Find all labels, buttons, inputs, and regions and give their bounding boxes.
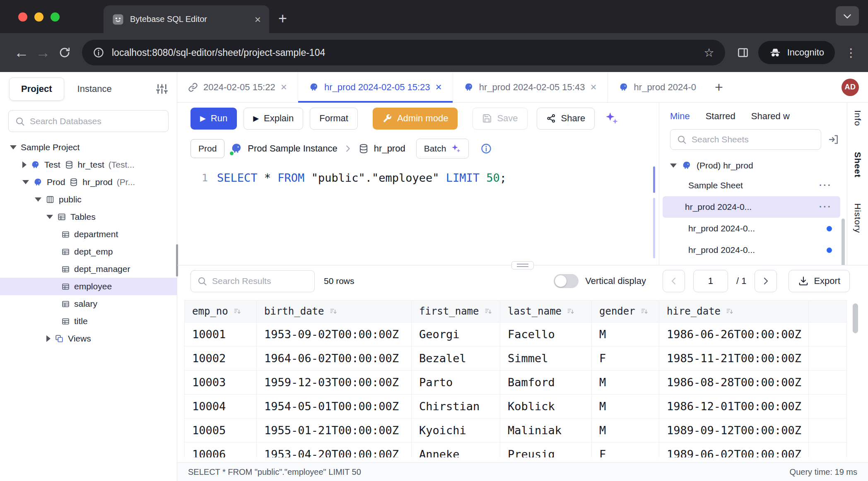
close-window-button[interactable] [18,12,27,22]
close-tab-icon[interactable]: × [255,14,261,25]
browser-tab[interactable]: Bytebase SQL Editor × [104,5,269,33]
side-panel-icon[interactable] [737,46,749,59]
result-cell[interactable]: 1959-12-03T00:00:00Z [257,370,412,394]
tab-info[interactable]: Info [853,110,863,126]
export-button[interactable]: Export [788,270,850,292]
environment-badge[interactable]: Prod [190,139,224,158]
ai-sparkles-icon[interactable] [605,111,619,125]
result-cell[interactable]: Maliniak [500,418,592,443]
result-cell[interactable]: F [592,346,659,370]
result-cell[interactable]: 10001 [185,322,257,346]
bookmark-star-icon[interactable]: ☆ [704,46,714,60]
result-cell[interactable]: 1953-04-20T00:00:00Z [257,443,412,458]
editor-tab-1[interactable]: 2024-02-05 15:22 × [177,72,298,102]
result-cell[interactable]: 1985-11-21T00:00:00Z [659,346,809,370]
tree-item-hr-test[interactable]: Test hr_test (Test... [0,156,177,173]
sheet-menu-icon[interactable]: ··· [819,180,832,191]
tree-table-title[interactable]: title [0,313,177,330]
result-cell[interactable]: 1955-01-21T00:00:00Z [257,418,412,443]
admin-mode-button[interactable]: Admin mode [373,108,458,130]
results-search-input[interactable] [190,270,315,292]
tree-item-hr-prod[interactable]: Prod hr_prod (Pr... [0,173,177,191]
url-text[interactable]: localhost:8080/sql-editor/sheet/project-… [112,47,697,58]
batch-button[interactable]: Batch [416,139,469,159]
sheet-menu-icon[interactable]: ··· [819,202,832,212]
caret-right-icon[interactable] [22,161,27,168]
database-search-field[interactable] [30,116,162,126]
result-cell[interactable]: 10006 [185,443,257,458]
tab-instance[interactable]: Instance [77,84,112,94]
new-tab-icon[interactable]: + [278,10,287,27]
result-cell[interactable]: Facello [500,322,592,346]
result-cell[interactable]: 10003 [185,370,257,394]
result-cell[interactable]: Simmel [500,346,592,370]
tree-table-dept-emp[interactable]: dept_emp [0,243,177,260]
caret-right-icon[interactable] [46,335,51,342]
result-cell[interactable]: Preusig [500,443,592,458]
tab-search-button[interactable] [836,6,859,26]
page-number-input[interactable] [693,270,728,292]
tree-table-dept-manager[interactable]: dept_manager [0,260,177,278]
sheet-list-scrollbar[interactable] [841,219,845,265]
result-cell[interactable]: 1989-09-12T00:00:00Z [659,418,809,443]
sort-icon[interactable] [233,307,241,315]
results-search-field[interactable] [212,276,308,286]
caret-down-icon[interactable] [22,180,29,184]
share-button[interactable]: Share [537,108,595,130]
tab-shared[interactable]: Shared w [751,111,790,122]
editor-tab-3[interactable]: hr_prod 2024-02-05 15:43 × [453,72,608,102]
editor-tab-2-active[interactable]: hr_prod 2024-02-05 15:23 × [298,72,453,102]
sheet-item-selected[interactable]: hr_prod 2024-0... ··· [663,196,840,218]
result-cell[interactable]: Georgi [412,322,500,346]
sort-icon[interactable] [640,307,649,315]
sheet-search-input[interactable] [670,129,821,150]
tree-table-salary[interactable]: salary [0,295,177,313]
column-header-last-name[interactable]: last_name [500,301,592,322]
result-cell[interactable]: 1986-08-28T00:00:00Z [659,370,809,394]
result-cell[interactable]: 1989-06-02T00:00:00Z [659,443,809,458]
connection-info-icon[interactable] [480,143,492,154]
sheet-group-hr-prod[interactable]: (Prod) hr_prod [659,156,847,175]
result-cell[interactable]: M [592,418,659,443]
column-header-hire-date[interactable]: hire_date [659,301,809,322]
caret-down-icon[interactable] [35,197,41,202]
maximize-window-button[interactable] [51,12,60,22]
tab-history[interactable]: History [853,203,863,233]
panel-resize-handle[interactable] [511,261,534,269]
tab-mine[interactable]: Mine [670,111,690,122]
result-cell[interactable]: Kyoichi [412,418,500,443]
results-scrollbar[interactable] [853,303,858,333]
result-cell[interactable]: M [592,394,659,418]
editor-scrollbar-mark[interactable] [653,166,655,193]
tree-table-department[interactable]: department [0,226,177,243]
save-button[interactable]: Save [473,108,527,130]
site-info-icon[interactable] [93,47,104,58]
sort-icon[interactable] [329,307,338,315]
sheet-item-unsaved-2[interactable]: hr_prod 2024-0... [663,239,840,261]
sheet-item-sample[interactable]: Sample Sheet ··· [663,175,840,196]
result-cell[interactable]: Bamford [500,370,592,394]
result-cell[interactable]: 1964-06-02T00:00:00Z [257,346,412,370]
sql-editor[interactable]: 1 SELECT * FROM "public"."employee" LIMI… [177,163,659,265]
column-header-emp-no[interactable]: emp_no [185,301,257,322]
tab-sheet[interactable]: Sheet [853,152,863,178]
result-cell[interactable]: 1953-09-02T00:00:00Z [257,322,412,346]
result-cell[interactable]: F [592,443,659,458]
user-avatar[interactable]: AD [841,79,859,96]
result-cell[interactable]: Koblick [500,394,592,418]
result-cell[interactable]: 1986-12-01T00:00:00Z [659,394,809,418]
tab-starred[interactable]: Starred [706,111,735,122]
database-item[interactable]: hr_prod [358,143,405,154]
sort-icon[interactable] [567,307,575,315]
editor-tab-4[interactable]: hr_prod 2024-0 [608,72,707,102]
prev-page-button[interactable] [663,270,685,292]
column-header-first-name[interactable]: first_name [412,301,500,322]
result-cell[interactable]: 1986-06-26T00:00:00Z [659,322,809,346]
tree-item-tables-group[interactable]: Tables [0,208,177,226]
back-button[interactable]: ← [11,44,32,61]
minimize-window-button[interactable] [34,12,43,22]
explain-button[interactable]: ▶ Explain [244,108,303,130]
collapse-panel-icon[interactable] [828,134,839,145]
result-cell[interactable]: 1954-05-01T00:00:00Z [257,394,412,418]
reload-button[interactable] [54,46,75,59]
